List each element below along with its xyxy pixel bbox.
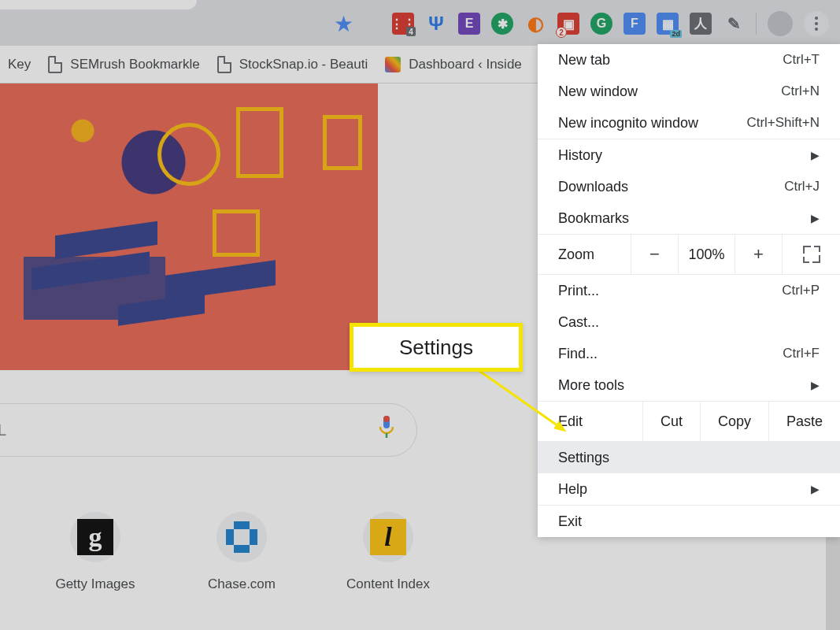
zoom-out-button[interactable]: − — [631, 235, 678, 274]
extension-icon-9[interactable]: ▦ — [657, 13, 679, 35]
extension-icon-3[interactable]: E — [458, 13, 480, 35]
extension-icon-4[interactable]: ✱ — [491, 13, 513, 35]
bookmark-item-semrush[interactable]: SEMrush Bookmarkle — [48, 56, 199, 73]
svg-rect-1 — [383, 416, 390, 422]
edit-cut-button[interactable]: Cut — [642, 402, 700, 441]
google-doodle-image[interactable] — [0, 83, 378, 370]
toolbar-divider — [756, 13, 757, 35]
browser-menu-button[interactable] — [804, 11, 829, 36]
extension-icon-6[interactable]: ▣ — [557, 13, 579, 35]
menu-label: New tab — [558, 52, 610, 69]
menu-label: Print... — [558, 283, 599, 299]
bookmark-item-stocksnap[interactable]: StockSnap.io - Beauti — [217, 56, 368, 73]
page-icon — [48, 56, 62, 73]
google-search-input[interactable]: L — [0, 403, 417, 457]
svg-rect-5 — [234, 545, 250, 553]
menu-label: Cast... — [558, 314, 599, 331]
menu-downloads[interactable]: Downloads Ctrl+J — [538, 171, 840, 202]
edit-paste-button[interactable]: Paste — [768, 402, 840, 441]
extension-icon-11[interactable]: ✎ — [723, 13, 745, 35]
menu-new-tab[interactable]: New tab Ctrl+T — [538, 44, 840, 76]
menu-shortcut: Ctrl+F — [783, 346, 820, 361]
menu-new-window[interactable]: New window Ctrl+N — [538, 76, 840, 107]
extension-icon-2[interactable]: Ψ — [425, 13, 447, 35]
menu-label: New incognito window — [558, 115, 698, 132]
shortcut-content-index[interactable]: l Content Index — [335, 512, 441, 592]
bookmark-label: SEMrush Bookmarkle — [70, 57, 199, 72]
bookmark-label: Dashboard ‹ Inside — [409, 57, 522, 72]
fullscreen-icon — [803, 246, 820, 263]
menu-shortcut: Ctrl+P — [782, 283, 820, 298]
page-icon — [217, 56, 231, 73]
menu-shortcut: Ctrl+J — [784, 179, 820, 195]
shortcut-icon — [216, 512, 267, 562]
menu-cast[interactable]: Cast... — [538, 306, 840, 338]
vertical-scrollbar[interactable] — [826, 523, 840, 630]
bookmark-label: StockSnap.io - Beauti — [239, 57, 368, 72]
menu-label: Bookmarks — [558, 210, 629, 227]
menu-shortcut: Ctrl+N — [781, 83, 820, 99]
svg-rect-6 — [226, 529, 234, 545]
menu-label: New window — [558, 83, 638, 100]
callout-label: Settings — [399, 335, 473, 360]
menu-new-incognito[interactable]: New incognito window Ctrl+Shift+N — [538, 107, 840, 139]
bookmark-label: Key — [8, 57, 31, 72]
extension-icons-row: ⋮⋮ Ψ E ✱ ◐ ▣ G F ▦ 人 ✎ — [392, 11, 829, 36]
extension-icon-1[interactable]: ⋮⋮ — [392, 13, 414, 35]
menu-more-tools[interactable]: More tools ▶ — [538, 369, 840, 401]
menu-label: Downloads — [558, 179, 628, 195]
active-tab-shape — [0, 0, 197, 9]
submenu-arrow-icon: ▶ — [811, 379, 820, 391]
favicon-icon — [385, 57, 401, 72]
extension-icon-8[interactable]: F — [624, 13, 646, 35]
menu-shortcut: Ctrl+T — [783, 52, 820, 68]
zoom-value: 100% — [678, 235, 735, 274]
menu-label: Exit — [558, 513, 582, 530]
extension-icon-7[interactable]: G — [590, 13, 612, 35]
shortcut-chase[interactable]: Chase.com — [189, 512, 294, 592]
submenu-arrow-icon: ▶ — [811, 483, 820, 495]
svg-rect-4 — [250, 529, 257, 545]
menu-settings[interactable]: Settings — [538, 442, 840, 473]
shortcut-label: Getty Images — [55, 576, 135, 592]
shortcut-getty[interactable]: g Getty Images — [43, 512, 148, 592]
menu-history[interactable]: History ▶ — [538, 139, 840, 171]
extension-icon-10[interactable]: 人 — [690, 13, 712, 35]
profile-avatar-icon[interactable] — [768, 11, 793, 36]
menu-help[interactable]: Help ▶ — [538, 473, 840, 505]
menu-label: Zoom — [538, 246, 631, 263]
menu-print[interactable]: Print... Ctrl+P — [538, 275, 840, 306]
submenu-arrow-icon: ▶ — [811, 149, 820, 161]
svg-rect-3 — [234, 521, 250, 529]
browser-main-menu: New tab Ctrl+T New window Ctrl+N New inc… — [538, 44, 840, 537]
shortcut-ms[interactable]: MS — [0, 512, 2, 592]
search-text-fragment: L — [0, 421, 377, 439]
fullscreen-button[interactable] — [782, 235, 840, 274]
bookmark-item-key[interactable]: Key — [8, 57, 31, 72]
menu-shortcut: Ctrl+Shift+N — [746, 115, 820, 131]
bookmark-star-icon[interactable]: ★ — [334, 11, 353, 37]
menu-label: Settings — [558, 450, 609, 466]
menu-exit[interactable]: Exit — [538, 506, 840, 537]
menu-find[interactable]: Find... Ctrl+F — [538, 338, 840, 369]
menu-zoom-row: Zoom − 100% + — [538, 234, 840, 275]
shortcut-icon: g — [70, 512, 120, 562]
menu-label: Find... — [558, 346, 598, 362]
menu-label: History — [558, 147, 602, 164]
shortcut-grid: MS g Getty Images Chase.com l Content In… — [0, 512, 441, 592]
shortcut-icon: l — [363, 512, 413, 562]
menu-label: More tools — [558, 377, 624, 394]
bookmark-item-dashboard[interactable]: Dashboard ‹ Inside — [385, 57, 522, 72]
extension-icon-5[interactable]: ◐ — [524, 13, 546, 35]
menu-bookmarks[interactable]: Bookmarks ▶ — [538, 202, 840, 234]
voice-search-icon[interactable] — [377, 416, 396, 445]
zoom-in-button[interactable]: + — [735, 235, 782, 274]
annotation-callout: Settings — [350, 323, 523, 372]
menu-edit-row: Edit Cut Copy Paste — [538, 401, 840, 442]
shortcut-label: Chase.com — [208, 576, 276, 592]
browser-toolbar: ★ ⋮⋮ Ψ E ✱ ◐ ▣ G F ▦ 人 ✎ — [0, 0, 840, 46]
submenu-arrow-icon: ▶ — [811, 212, 820, 224]
menu-label: Help — [558, 481, 587, 498]
edit-copy-button[interactable]: Copy — [700, 402, 768, 441]
shortcut-label: Content Index — [346, 576, 430, 592]
